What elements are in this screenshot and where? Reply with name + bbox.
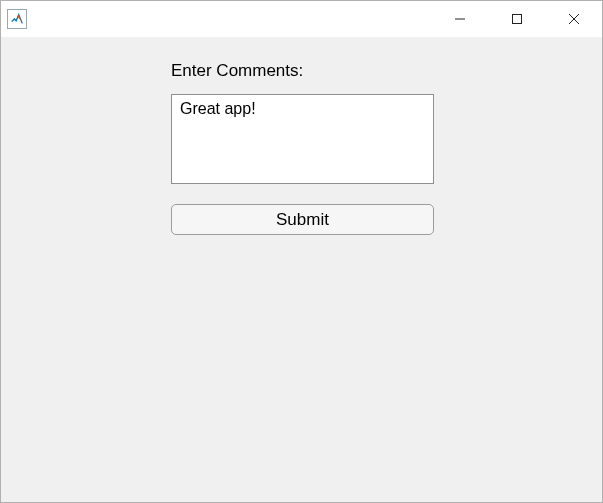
- window-controls: [431, 1, 602, 37]
- maximize-button[interactable]: [488, 1, 545, 37]
- titlebar: [1, 1, 602, 37]
- close-button[interactable]: [545, 1, 602, 37]
- svg-rect-1: [512, 15, 521, 24]
- comments-label: Enter Comments:: [171, 61, 303, 81]
- submit-button[interactable]: Submit: [171, 204, 434, 235]
- titlebar-left: [7, 9, 27, 29]
- comments-textarea[interactable]: [171, 94, 434, 184]
- minimize-button[interactable]: [431, 1, 488, 37]
- client-area: Enter Comments: Submit: [1, 37, 602, 502]
- matlab-icon: [7, 9, 27, 29]
- app-window: Enter Comments: Submit: [0, 0, 603, 503]
